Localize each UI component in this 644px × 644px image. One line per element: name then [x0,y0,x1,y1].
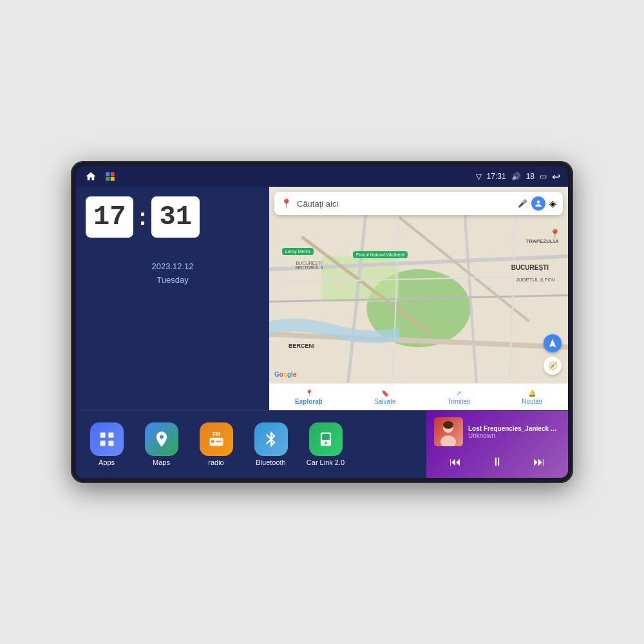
app-item-apps[interactable]: Apps [86,422,128,466]
maps-shortcut-icon[interactable] [104,171,116,182]
music-controls: ⏮ ⏸ ⏭ [434,453,560,471]
map-search-bar[interactable]: 📍 Căutați aici 🎤 ◈ [274,192,563,215]
map-panel[interactable]: 📍 Căutați aici 🎤 ◈ [269,187,568,410]
explore-icon: 📍 [305,390,313,397]
signal-icon: ▽ [476,172,482,181]
back-icon[interactable]: ↩ [552,171,560,183]
svg-point-32 [443,421,453,429]
app-item-carlink[interactable]: Car Link 2.0 [305,422,346,466]
music-title: Lost Frequencies_Janieck Devy-... [468,425,560,432]
svg-rect-1 [111,172,115,176]
status-left [84,171,116,182]
app-item-maps[interactable]: Maps [140,422,182,466]
layers-icon[interactable]: ◈ [549,198,556,209]
judet-label: JUDEȚUL ILFOV [516,277,555,283]
date-info: 2023.12.12 Tuesday [86,260,260,287]
voice-search-icon[interactable]: 🎤 [518,199,527,208]
svg-rect-24 [215,440,221,442]
car-head-unit: ▽ 17:31 🔊 18 ▭ ↩ 17 : 31 2023.12.12 Tues… [71,161,573,483]
play-pause-button[interactable]: ⏸ [486,453,508,471]
prev-button[interactable]: ⏮ [444,453,466,471]
album-art [434,417,463,446]
clock-minutes: 31 [151,196,199,238]
battery-level: 18 [526,172,535,181]
app-item-bluetooth[interactable]: Bluetooth [250,422,292,466]
clock-colon: : [138,204,146,231]
app-item-radio[interactable]: FM radio [195,422,237,466]
music-artist: Unknown [468,432,560,439]
svg-text:FM: FM [213,431,220,437]
parc-label: Parcul Natural Văcărești [356,252,404,257]
explore-label: Explorați [295,398,323,405]
leroy-merlin-poi[interactable]: Leroy Merlin [282,248,314,255]
map-nav-send[interactable]: ↗ Trimiteți [448,390,470,405]
google-logo: Google [274,371,296,378]
map-nav-news[interactable]: 🔔 Noutăți [522,390,542,405]
bottom-section: Apps Maps FM [76,410,568,478]
bluetooth-icon-box [254,422,288,456]
svg-rect-3 [111,177,115,181]
send-label: Trimiteți [448,398,470,405]
map-nav-saved[interactable]: 🔖 Salvate [374,390,395,405]
radio-icon: FM [200,422,233,456]
screen: ▽ 17:31 🔊 18 ▭ ↩ 17 : 31 2023.12.12 Tues… [76,166,568,478]
main-content: 17 : 31 2023.12.12 Tuesday [76,187,568,410]
parc-natural-poi[interactable]: Parcul Natural Văcărești [353,251,408,258]
map-container: 📍 Căutați aici 🎤 ◈ [269,187,568,410]
sector4-label: BUCUREȘTISECTORUL 4 [295,261,323,270]
map-navigate-button[interactable] [544,334,562,352]
music-info: Lost Frequencies_Janieck Devy-... Unknow… [468,425,560,439]
carlink-icon [309,422,343,456]
svg-point-27 [325,442,327,444]
map-pin-icon: 📍 [281,198,292,209]
send-icon: ↗ [456,390,461,397]
clock-hours: 17 [86,196,133,238]
svg-rect-0 [106,172,109,176]
next-button[interactable]: ⏭ [528,453,550,471]
maps-icon [145,422,178,456]
radio-label: radio [208,459,223,466]
music-player: Lost Frequencies_Janieck Devy-... Unknow… [426,411,568,478]
berceni-label: BERCENI [289,343,315,349]
user-avatar[interactable] [531,196,545,211]
status-time: 17:31 [487,172,506,181]
map-nav-explore[interactable]: 📍 Explorați [295,390,323,405]
svg-point-23 [211,440,214,443]
saved-label: Salvate [374,398,395,405]
maps-label: Maps [153,459,170,466]
news-icon: 🔔 [528,390,536,397]
status-bar: ▽ 17:31 🔊 18 ▭ ↩ [76,166,568,187]
map-search-text: Căutați aici [297,199,513,209]
map-compass-button[interactable]: 🧭 [544,357,562,375]
apps-label: Apps [99,459,115,466]
battery-icon: ▭ [540,172,547,181]
music-top: Lost Frequencies_Janieck Devy-... Unknow… [434,417,560,446]
bluetooth-label: Bluetooth [256,459,285,466]
svg-rect-17 [100,433,105,438]
home-button[interactable] [84,171,98,182]
map-nav-bar: 📍 Explorați 🔖 Salvate ↗ Trimiteți 🔔 [269,383,568,410]
svg-rect-19 [100,440,105,446]
clock-panel: 17 : 31 2023.12.12 Tuesday [76,187,269,410]
date-value: 2023.12.12 [86,260,260,274]
day-value: Tuesday [86,274,260,287]
map-search-controls: 🎤 ◈ [518,196,556,211]
apps-row: Apps Maps FM [76,411,426,478]
svg-rect-20 [108,440,113,446]
svg-rect-18 [108,433,113,438]
apps-icon [90,422,124,456]
carlink-label: Car Link 2.0 [307,459,345,466]
status-right: ▽ 17:31 🔊 18 ▭ ↩ [476,171,560,183]
volume-icon: 🔊 [511,172,521,181]
saved-icon: 🔖 [381,390,389,397]
current-location-pin: 📍 [549,229,560,239]
bucuresti-label: BUCUREȘTI [511,264,549,271]
svg-rect-26 [322,434,330,440]
trapezului-label: TRAPEZULUI [526,238,558,244]
svg-rect-2 [106,177,109,181]
clock-widget: 17 : 31 [86,196,260,238]
news-label: Noutăți [522,398,542,405]
